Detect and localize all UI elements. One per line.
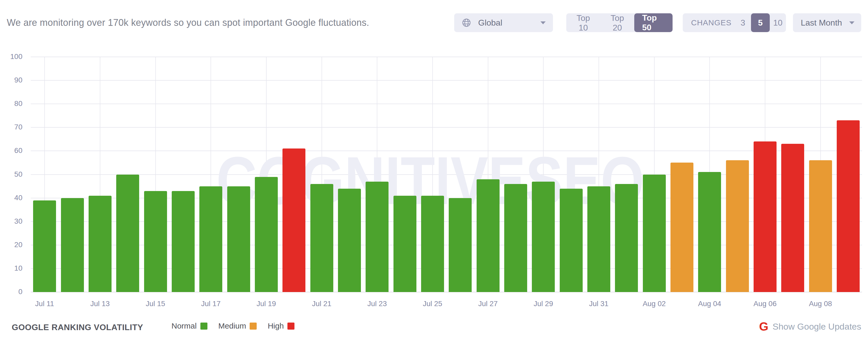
y-axis-tick-label: 60 (2, 146, 23, 155)
show-google-updates-label: Show Google Updates (773, 321, 861, 332)
volatility-bar-jul-30[interactable] (560, 189, 583, 292)
volatility-bar-jul-31[interactable] (587, 186, 610, 292)
legend-swatch-medium (250, 322, 257, 330)
volatility-bar-aug-03[interactable] (671, 163, 693, 292)
volatility-bar-aug-06[interactable] (754, 141, 777, 292)
volatility-bar-aug-04[interactable] (698, 172, 721, 292)
volatility-bar-aug-08[interactable] (809, 160, 832, 292)
x-axis-tick-label: Aug 02 (632, 300, 677, 308)
volatility-bar-jul-21[interactable] (310, 184, 333, 292)
legend-item-normal: Normal (172, 321, 208, 330)
x-axis-tick-label: Jul 29 (521, 300, 565, 308)
volatility-bar-jul-17[interactable] (199, 186, 222, 292)
chart-title: GOOGLE RANKING VOLATILITY (12, 322, 143, 332)
x-axis-tick-label: Jul 13 (78, 300, 122, 308)
x-axis-tick-label: Jul 19 (244, 300, 288, 308)
volatility-bar-jul-15[interactable] (144, 191, 167, 292)
volatility-bar-chart: COGNITIVESEO 0102030405060708090100Jul 1… (0, 0, 868, 339)
legend-label-high: High (268, 321, 284, 330)
volatility-bar-jul-13[interactable] (89, 196, 112, 292)
legend-swatch-normal (200, 322, 208, 330)
x-axis-tick-label: Jul 23 (355, 300, 399, 308)
x-axis-tick-label: Aug 06 (743, 300, 787, 308)
y-axis-tick-label: 10 (2, 264, 23, 273)
legend-label-normal: Normal (172, 321, 197, 330)
legend-item-medium: Medium (218, 321, 257, 330)
volatility-bar-jul-12[interactable] (61, 198, 84, 292)
volatility-bar-jul-25[interactable] (421, 196, 444, 292)
y-axis-tick-label: 50 (2, 170, 23, 178)
y-axis-tick-label: 20 (2, 241, 23, 249)
legend-swatch-high (287, 322, 294, 330)
volatility-bar-jul-14[interactable] (116, 175, 139, 292)
x-axis-tick-label: Jul 31 (577, 300, 621, 308)
volatility-bar-jul-26[interactable] (449, 198, 472, 292)
volatility-bar-aug-07[interactable] (781, 144, 804, 292)
volatility-bar-jul-11[interactable] (33, 200, 56, 292)
volatility-bar-jul-24[interactable] (394, 196, 416, 292)
x-axis-tick-label: Jul 11 (23, 300, 67, 308)
x-axis-tick-label: Jul 25 (410, 300, 455, 308)
x-axis-tick-label: Aug 08 (799, 300, 843, 308)
volatility-bar-jul-19[interactable] (255, 177, 278, 292)
volatility-bar-jul-20[interactable] (282, 148, 305, 292)
y-axis-tick-label: 30 (2, 217, 23, 225)
volatility-bar-aug-01[interactable] (615, 184, 638, 292)
x-axis-tick-label: Jul 17 (189, 300, 233, 308)
show-google-updates-button[interactable]: G Show Google Updates (759, 320, 861, 333)
volatility-bar-aug-09[interactable] (837, 120, 860, 292)
volatility-bar-jul-28[interactable] (504, 184, 527, 292)
volatility-bar-jul-27[interactable] (476, 179, 499, 292)
google-g-icon: G (759, 320, 769, 333)
chart-legend: NormalMediumHigh (172, 321, 294, 330)
volatility-bar-jul-22[interactable] (338, 189, 361, 292)
y-axis-tick-label: 90 (2, 76, 23, 84)
y-axis-tick-label: 80 (2, 100, 23, 108)
y-axis-tick-label: 40 (2, 194, 23, 202)
volatility-bar-jul-23[interactable] (366, 181, 389, 292)
legend-label-medium: Medium (218, 321, 246, 330)
x-axis-tick-label: Aug 04 (687, 300, 732, 308)
legend-item-high: High (268, 321, 294, 330)
y-axis-tick-label: 70 (2, 123, 23, 131)
y-axis-tick-label: 100 (2, 53, 23, 61)
volatility-bar-aug-05[interactable] (726, 160, 749, 292)
volatility-bar-jul-18[interactable] (227, 186, 250, 292)
x-axis-tick-label: Jul 27 (466, 300, 510, 308)
volatility-bar-aug-02[interactable] (643, 175, 666, 292)
volatility-bar-jul-29[interactable] (532, 181, 555, 292)
x-axis-tick-label: Jul 15 (133, 300, 178, 308)
y-axis-tick-label: 0 (2, 288, 23, 296)
volatility-bar-jul-16[interactable] (172, 191, 195, 292)
x-axis-tick-label: Jul 21 (300, 300, 344, 308)
